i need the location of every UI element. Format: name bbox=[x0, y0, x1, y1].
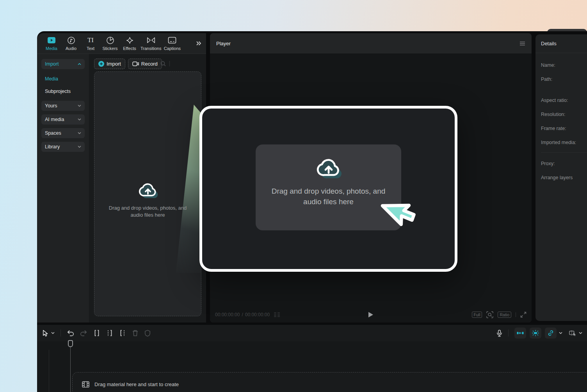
media-dropzone[interactable]: Drag and drop videos, photos, and audio … bbox=[94, 71, 201, 316]
mask-icon[interactable] bbox=[144, 330, 151, 337]
player-title: Player bbox=[216, 41, 231, 46]
frame-grid-icon[interactable] bbox=[274, 312, 280, 317]
sidebar-item-spaces[interactable]: Spaces bbox=[41, 128, 85, 138]
detail-label-imported-media: Imported media: bbox=[541, 140, 576, 145]
sidebar-item-import[interactable]: Import bbox=[41, 59, 85, 69]
sidebar-item-label: AI media bbox=[45, 117, 64, 122]
tutorial-callout: Drag and drop videos, photos, and audio … bbox=[199, 106, 457, 272]
ratio-button[interactable]: Ratio bbox=[498, 312, 511, 318]
tab-label: Media bbox=[46, 46, 57, 51]
full-button[interactable]: Full bbox=[472, 312, 482, 318]
detail-label-frame-rate: Frame rate: bbox=[541, 126, 566, 131]
import-button-label: Import bbox=[107, 61, 121, 67]
sidebar-item-media[interactable]: Media bbox=[37, 73, 89, 85]
detail-label-arrange-layers: Arrange layers bbox=[541, 175, 573, 180]
timecode-separator: / bbox=[242, 312, 243, 317]
divider bbox=[541, 152, 587, 153]
media-library: Import Record bbox=[89, 54, 206, 323]
text-icon: TI bbox=[87, 36, 94, 45]
undo-button[interactable] bbox=[67, 330, 74, 337]
linking-button[interactable] bbox=[545, 328, 557, 339]
divider bbox=[169, 61, 170, 66]
split-right-button[interactable] bbox=[119, 330, 126, 337]
detail-label-resolution: Resolution: bbox=[541, 112, 566, 117]
chevron-down-icon bbox=[78, 105, 81, 107]
captions-icon bbox=[168, 36, 176, 45]
tab-label: Stickers bbox=[102, 46, 117, 51]
details-title: Details bbox=[541, 41, 557, 46]
preview-axis-chevron-icon[interactable] bbox=[579, 332, 582, 334]
chevron-down-icon bbox=[78, 132, 81, 134]
auto-remove-gap-button[interactable] bbox=[514, 328, 526, 339]
callout-text-line1: Drag and drop videos, photos, and bbox=[256, 186, 401, 196]
detail-label-path: Path: bbox=[541, 77, 552, 82]
tab-effects[interactable]: Effects bbox=[120, 36, 139, 51]
play-button[interactable] bbox=[368, 312, 374, 318]
tab-audio[interactable]: Audio bbox=[61, 36, 81, 51]
search-icon[interactable] bbox=[160, 61, 166, 67]
linking-chevron-icon[interactable] bbox=[559, 332, 562, 334]
transitions-icon bbox=[146, 36, 156, 45]
asset-sidebar: Import Media Subprojects Yours AI media … bbox=[37, 54, 89, 323]
sidebar-item-yours[interactable]: Yours bbox=[41, 101, 85, 111]
details-panel: Details Name:C Path:A Aspect ratio:O Res… bbox=[535, 34, 587, 321]
import-button[interactable]: Import bbox=[94, 59, 125, 69]
timeline-toolbar bbox=[37, 325, 587, 341]
record-button-label: Record bbox=[141, 61, 158, 67]
sidebar-item-label: Library bbox=[45, 144, 60, 150]
tab-label: Audio bbox=[66, 46, 76, 51]
cloud-upload-icon bbox=[315, 156, 342, 180]
tab-text[interactable]: TI Text bbox=[81, 36, 100, 51]
fullscreen-icon[interactable] bbox=[520, 312, 527, 318]
detail-label-proxy: Proxy: bbox=[541, 161, 555, 166]
sidebar-item-ai-media[interactable]: AI media bbox=[41, 114, 85, 125]
select-tool-chevron-icon[interactable] bbox=[51, 332, 55, 334]
playhead-handle[interactable] bbox=[68, 340, 73, 347]
record-voiceover-icon[interactable] bbox=[496, 330, 502, 337]
film-icon bbox=[82, 381, 89, 388]
player-menu-icon[interactable] bbox=[519, 41, 525, 46]
snapping-button[interactable] bbox=[530, 328, 541, 339]
stickers-icon bbox=[106, 36, 114, 45]
divider bbox=[60, 330, 61, 337]
select-tool-button[interactable] bbox=[42, 330, 48, 337]
record-button[interactable]: Record bbox=[128, 59, 162, 69]
zoom-fit-icon[interactable] bbox=[486, 311, 493, 318]
plus-icon bbox=[98, 61, 104, 67]
sidebar-item-label: Import bbox=[45, 61, 59, 67]
callout-dropzone: Drag and drop videos, photos, and audio … bbox=[256, 144, 401, 230]
dropzone-text-line1: Drag and drop videos, photos, and bbox=[94, 205, 201, 212]
cloud-upload-icon bbox=[138, 181, 158, 199]
sidebar-item-library[interactable]: Library bbox=[41, 142, 85, 152]
tab-media[interactable]: Media bbox=[42, 36, 61, 51]
track-header-divider bbox=[49, 350, 49, 392]
sidebar-item-subprojects[interactable]: Subprojects bbox=[37, 85, 89, 98]
tab-label: Captions bbox=[164, 46, 181, 51]
detail-label-name: Name: bbox=[541, 62, 555, 68]
redo-button[interactable] bbox=[80, 330, 87, 337]
split-left-button[interactable] bbox=[106, 330, 113, 337]
more-tabs-icon[interactable] bbox=[194, 41, 204, 46]
asset-tabbar: Media Audio TI Text Stickers bbox=[37, 33, 206, 54]
delete-button[interactable] bbox=[132, 330, 139, 337]
chevron-up-icon bbox=[78, 63, 81, 65]
media-icon bbox=[47, 36, 56, 45]
split-button[interactable] bbox=[93, 330, 100, 337]
tab-label: Transitions bbox=[141, 46, 161, 51]
sidebar-item-label: Spaces bbox=[45, 130, 61, 136]
timeline-dropzone[interactable]: Drag material here and start to create bbox=[72, 372, 587, 392]
playhead-line bbox=[70, 347, 71, 392]
tab-label: Text bbox=[87, 46, 94, 51]
tab-captions[interactable]: Captions bbox=[162, 36, 182, 51]
tab-transitions[interactable]: Transitions bbox=[139, 36, 162, 51]
preview-axis-icon[interactable] bbox=[569, 330, 577, 337]
asset-panel: Media Audio TI Text Stickers bbox=[37, 33, 206, 323]
timeline[interactable]: Drag material here and start to create bbox=[37, 341, 587, 392]
tab-label: Effects bbox=[123, 46, 136, 51]
chevron-down-icon bbox=[78, 118, 81, 121]
tab-stickers[interactable]: Stickers bbox=[100, 36, 120, 51]
timeline-hint: Drag material here and start to create bbox=[94, 381, 179, 387]
sidebar-item-label: Yours bbox=[45, 103, 57, 109]
audio-icon bbox=[67, 36, 75, 45]
divider bbox=[508, 330, 509, 337]
